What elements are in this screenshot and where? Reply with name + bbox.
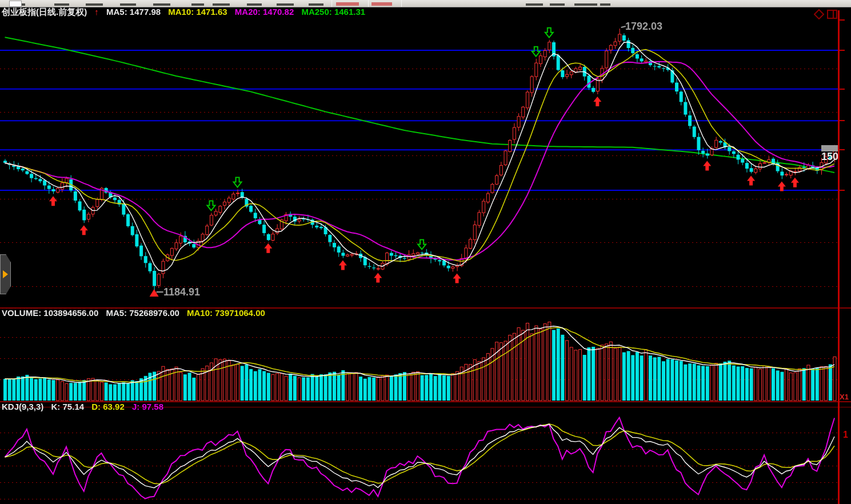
instrument-title: 创业板指(日线.前复权) (2, 7, 87, 17)
last-price-tag-label: 150 (821, 151, 838, 163)
window-icon[interactable] (828, 10, 837, 18)
ma10-readout: MA10: 1471.63 (168, 7, 227, 17)
volume-multiplier-label: X1 (840, 393, 849, 401)
expand-arrow-icon (3, 270, 8, 278)
kdj-panel-header: KDJ(9,3,3) K: 75.14 D: 63.92 J: 97.58 (2, 402, 169, 411)
diamond-icon[interactable] (814, 10, 824, 19)
chart-canvas[interactable] (0, 0, 851, 504)
kdj-k-readout: K: 75.14 (51, 402, 85, 411)
low-price-annotation: 1184.91 (163, 286, 200, 298)
ma20-readout: MA20: 1470.82 (235, 7, 294, 17)
kdj-axis-value-fragment: 1 (843, 430, 848, 440)
volume-ma10-readout: MA10: 73971064.00 (187, 308, 265, 318)
kdj-d-readout: D: 63.92 (91, 402, 125, 411)
volume-readout: VOLUME: 103894656.00 (2, 308, 98, 318)
kdj-j-readout: J: 97.58 (132, 402, 163, 411)
ma5-readout: MA5: 1477.98 (106, 7, 161, 17)
trading-app-window: 创业板指(日线.前复权) ↑ MA5: 1477.98 MA10: 1471.6… (0, 0, 851, 504)
ma250-readout: MA250: 1461.31 (301, 7, 365, 17)
kdj-title: KDJ(9,3,3) (2, 402, 43, 411)
corner-icons-svg (814, 9, 839, 19)
chart-corner-icons (814, 9, 839, 19)
volume-panel-header: VOLUME: 103894656.00 MA5: 75268976.00 MA… (2, 308, 270, 318)
peak-price-annotation: 1792.03 (625, 21, 662, 33)
trend-up-arrow-icon: ↑ (94, 7, 99, 17)
volume-ma5-readout: MA5: 75268976.00 (106, 308, 179, 318)
panel-expand-handle[interactable] (0, 254, 11, 294)
main-chart-header: 创业板指(日线.前复权) ↑ MA5: 1477.98 MA10: 1471.6… (2, 7, 370, 18)
